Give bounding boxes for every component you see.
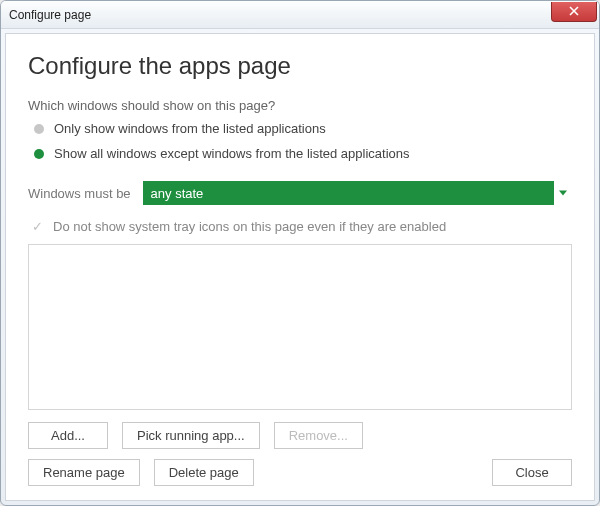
remove-button[interactable]: Remove... xyxy=(274,422,363,449)
window-state-row: Windows must be any state xyxy=(28,181,572,205)
rename-page-button[interactable]: Rename page xyxy=(28,459,140,486)
titlebar: Configure page xyxy=(1,1,599,29)
applications-listbox[interactable] xyxy=(28,244,572,410)
page-buttons-row: Rename page Delete page Close xyxy=(28,459,572,486)
checkmark-icon: ✓ xyxy=(32,219,43,234)
radio-except-listed[interactable]: Show all windows except windows from the… xyxy=(28,146,572,161)
close-icon xyxy=(569,6,579,16)
filter-question-label: Which windows should show on this page? xyxy=(28,98,572,113)
window-state-dropdown[interactable]: any state xyxy=(143,181,572,205)
window-state-value: any state xyxy=(151,186,204,201)
add-button[interactable]: Add... xyxy=(28,422,108,449)
window-state-label: Windows must be xyxy=(28,186,131,201)
radio-only-listed[interactable]: Only show windows from the listed applic… xyxy=(28,121,572,136)
delete-page-button[interactable]: Delete page xyxy=(154,459,254,486)
radio-dot-checked-icon xyxy=(34,149,44,159)
hide-tray-icons-label: Do not show system tray icons on this pa… xyxy=(53,219,446,234)
list-buttons-row: Add... Pick running app... Remove... xyxy=(28,422,572,449)
page-title: Configure the apps page xyxy=(28,52,572,80)
close-button[interactable]: Close xyxy=(492,459,572,486)
radio-only-label: Only show windows from the listed applic… xyxy=(54,121,326,136)
hide-tray-icons-checkbox[interactable]: ✓ Do not show system tray icons on this … xyxy=(28,219,572,234)
chevron-down-icon xyxy=(559,191,567,196)
dialog-body: Configure the apps page Which windows sh… xyxy=(5,33,595,501)
radio-dot-icon xyxy=(34,124,44,134)
window-title: Configure page xyxy=(9,8,551,22)
pick-running-app-button[interactable]: Pick running app... xyxy=(122,422,260,449)
configure-page-window: Configure page Configure the apps page W… xyxy=(0,0,600,506)
window-close-button[interactable] xyxy=(551,2,597,22)
radio-except-label: Show all windows except windows from the… xyxy=(54,146,410,161)
